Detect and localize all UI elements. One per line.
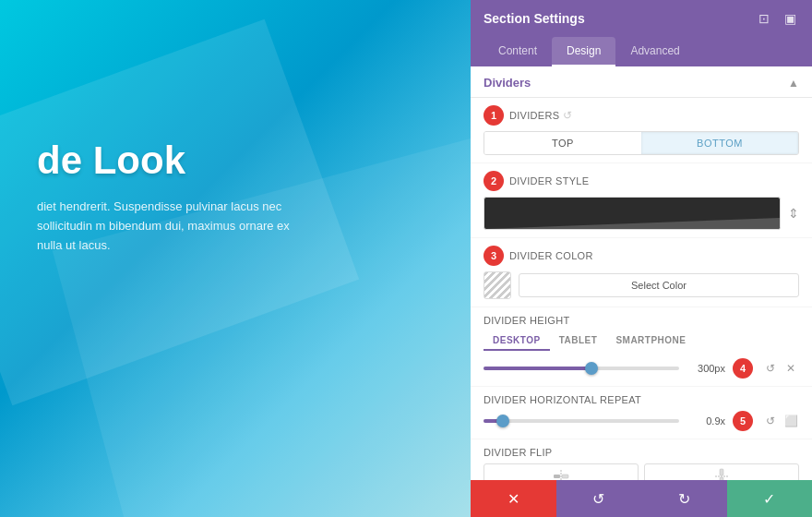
step-badge-3: 3 bbox=[484, 246, 504, 266]
repeat-slider-thumb bbox=[496, 415, 509, 427]
device-tabs: Desktop Tablet Smartphone bbox=[484, 331, 799, 351]
settings-panel: Section Settings ⊡ ▣ Content Design Adva… bbox=[471, 0, 812, 517]
canvas-body: diet hendrerit. Suspendisse pulvinar lac… bbox=[37, 198, 314, 255]
height-slider-thumb bbox=[585, 362, 598, 375]
tabs-row: Content Design Advanced bbox=[471, 37, 812, 66]
dividers-section-header: Dividers ▲ bbox=[471, 66, 812, 98]
redo-button[interactable]: ↻ bbox=[641, 480, 727, 517]
divider-flip-row: Divider Flip bbox=[471, 439, 812, 480]
divider-color-row: 3 Divider Color Select Color bbox=[471, 238, 812, 307]
divider-style-row: 2 Divider Style ⇕ bbox=[471, 163, 812, 237]
divider-style-label-row: 2 Divider Style bbox=[484, 171, 799, 191]
device-tab-tablet[interactable]: Tablet bbox=[550, 331, 607, 351]
dividers-reset-icon[interactable]: ↺ bbox=[563, 109, 572, 122]
dividers-field-row: 1 Dividers ↺ Top Bottom bbox=[471, 98, 812, 162]
divider-height-label: Divider Height bbox=[484, 315, 799, 326]
height-value: 300px bbox=[687, 363, 725, 374]
color-select-button[interactable]: Select Color bbox=[519, 273, 799, 297]
tab-advanced[interactable]: Advanced bbox=[615, 37, 694, 66]
height-reset-btn[interactable]: ↺ bbox=[762, 360, 779, 377]
divider-color-label-row: 3 Divider Color bbox=[484, 246, 799, 266]
flip-horizontal-btn[interactable] bbox=[484, 463, 639, 480]
divider-flip-label: Divider Flip bbox=[484, 447, 799, 458]
undo-button[interactable]: ↺ bbox=[556, 480, 642, 517]
canvas-content: de Look diet hendrerit. Suspendisse pulv… bbox=[37, 138, 314, 255]
repeat-slider[interactable] bbox=[484, 419, 679, 423]
top-bottom-toggle: Top Bottom bbox=[484, 131, 799, 155]
save-icon: ✓ bbox=[763, 490, 775, 508]
svg-rect-1 bbox=[562, 475, 568, 478]
panel-header-icons: ⊡ ▣ bbox=[755, 9, 799, 28]
repeat-slider-controls: 5 ↺ ⬜ bbox=[733, 411, 799, 431]
repeat-slider-row: 0.9x 5 ↺ ⬜ bbox=[484, 411, 799, 431]
height-slider-controls: 4 ↺ ✕ bbox=[733, 358, 799, 379]
repeat-device-btn[interactable]: ⬜ bbox=[782, 413, 799, 429]
toggle-top[interactable]: Top bbox=[484, 132, 641, 154]
divider-style-arrow[interactable]: ⇕ bbox=[788, 206, 799, 221]
divider-repeat-label: Divider Horizontal Repeat bbox=[484, 394, 799, 405]
divider-height-row: Divider Height Desktop Tablet Smartphone… bbox=[471, 307, 812, 386]
panel-header: Section Settings ⊡ ▣ bbox=[471, 0, 812, 37]
cancel-button[interactable]: ✕ bbox=[471, 480, 556, 517]
panel-title: Section Settings bbox=[484, 11, 585, 26]
step-badge-2: 2 bbox=[484, 171, 504, 191]
step-badge-1: 1 bbox=[484, 105, 504, 126]
canvas-area: de Look diet hendrerit. Suspendisse pulv… bbox=[0, 0, 471, 517]
toggle-bottom[interactable]: Bottom bbox=[641, 132, 798, 154]
columns-icon[interactable]: ▣ bbox=[781, 9, 799, 28]
svg-rect-0 bbox=[554, 475, 560, 478]
undo-icon: ↺ bbox=[592, 490, 604, 508]
repeat-value: 0.9x bbox=[687, 415, 725, 427]
flip-row bbox=[484, 463, 799, 480]
divider-style-container: ⇕ bbox=[484, 197, 799, 230]
canvas-title: de Look bbox=[37, 138, 314, 183]
dividers-label-row: 1 Dividers ↺ bbox=[484, 105, 799, 126]
svg-rect-3 bbox=[720, 469, 723, 475]
divider-style-label: Divider Style bbox=[509, 175, 589, 186]
step-badge-4: 4 bbox=[733, 358, 753, 379]
redo-icon: ↻ bbox=[678, 490, 690, 508]
dividers-section-title: Dividers bbox=[484, 76, 531, 90]
height-slider[interactable] bbox=[484, 367, 679, 370]
height-clear-btn[interactable]: ✕ bbox=[782, 360, 799, 377]
height-slider-fill bbox=[484, 367, 591, 370]
settings-icon[interactable]: ⊡ bbox=[755, 9, 773, 28]
tab-content[interactable]: Content bbox=[484, 37, 552, 66]
cancel-icon: ✕ bbox=[508, 490, 519, 508]
save-button[interactable]: ✓ bbox=[727, 480, 813, 517]
tab-design[interactable]: Design bbox=[552, 37, 615, 66]
color-swatch[interactable] bbox=[484, 271, 511, 299]
dividers-collapse-icon[interactable]: ▲ bbox=[788, 77, 799, 90]
device-tab-desktop[interactable]: Desktop bbox=[484, 331, 550, 351]
divider-style-preview[interactable] bbox=[484, 197, 781, 230]
bottom-toolbar: ✕ ↺ ↻ ✓ bbox=[471, 480, 812, 517]
color-row: Select Color bbox=[484, 271, 799, 299]
repeat-reset-btn[interactable]: ↺ bbox=[762, 413, 779, 429]
divider-repeat-row: Divider Horizontal Repeat 0.9x 5 ↺ ⬜ bbox=[471, 387, 812, 439]
divider-color-label: Divider Color bbox=[509, 250, 593, 261]
flip-vertical-btn[interactable] bbox=[644, 463, 799, 480]
dividers-label: Dividers bbox=[509, 110, 559, 121]
panel-body: Dividers ▲ 1 Dividers ↺ Top Bottom 2 Div… bbox=[471, 66, 812, 480]
step-badge-5: 5 bbox=[733, 411, 753, 431]
device-tab-smartphone[interactable]: Smartphone bbox=[606, 331, 695, 351]
height-slider-row: 300px 4 ↺ ✕ bbox=[484, 358, 799, 379]
